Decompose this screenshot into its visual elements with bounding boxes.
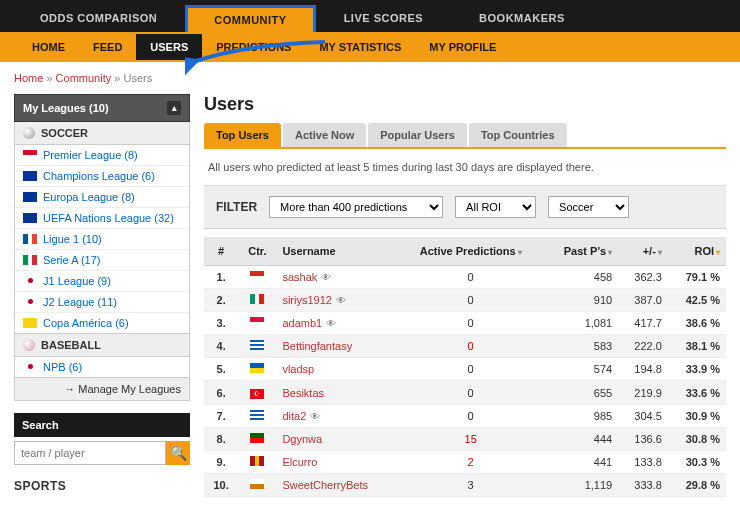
sport-baseball-header: BASEBALL: [14, 334, 190, 357]
flag-icon: [250, 410, 264, 420]
intro-text: All users who predicted at least 5 times…: [204, 149, 726, 186]
topnav-odds-comparison[interactable]: ODDS COMPARISON: [12, 4, 185, 32]
tab-top-users[interactable]: Top Users: [204, 123, 281, 147]
watch-icon: 👁: [336, 295, 346, 306]
flag-icon: [250, 294, 264, 304]
user-link[interactable]: siriys1912: [282, 294, 332, 306]
subnav-home[interactable]: HOME: [18, 34, 79, 60]
top-nav: ODDS COMPARISONCOMMUNITYLIVE SCORESBOOKM…: [0, 0, 740, 32]
filter-roi[interactable]: All ROI: [455, 196, 536, 218]
tab-active-now[interactable]: Active Now: [283, 123, 366, 147]
league-item[interactable]: Ligue 1 (10): [15, 229, 189, 250]
my-leagues-header[interactable]: My Leagues (10) ▴: [14, 94, 190, 122]
filter-predictions[interactable]: More than 400 predictions: [269, 196, 443, 218]
search-button[interactable]: 🔍: [166, 441, 190, 465]
sort-icon: ▾: [608, 248, 612, 257]
tab-popular-users[interactable]: Popular Users: [368, 123, 467, 147]
filter-label: FILTER: [216, 200, 257, 214]
col-rank[interactable]: #: [204, 237, 238, 266]
col-country[interactable]: Ctr.: [238, 237, 276, 266]
flag-icon: [250, 317, 264, 327]
flag-icon: [23, 362, 37, 372]
user-link[interactable]: SweetCherryBets: [282, 479, 368, 491]
flag-icon: [23, 276, 37, 286]
filter-bar: FILTER More than 400 predictions All ROI…: [204, 186, 726, 229]
baseball-leagues: NPB (6): [14, 357, 190, 378]
tab-top-countries[interactable]: Top Countries: [469, 123, 567, 147]
subnav-my-profile[interactable]: MY PROFILE: [415, 34, 510, 60]
user-link[interactable]: vladsp: [282, 363, 314, 375]
league-item[interactable]: Copa América (6): [15, 313, 189, 333]
league-item[interactable]: Serie A (17): [15, 250, 189, 271]
flag-icon: [23, 213, 37, 223]
flag-icon: [250, 271, 264, 281]
col-username[interactable]: Username: [276, 237, 399, 266]
user-link[interactable]: dita2: [282, 410, 306, 422]
search-icon: 🔍: [170, 445, 187, 461]
crumb-home[interactable]: Home: [14, 72, 43, 84]
user-link[interactable]: Elcurro: [282, 456, 317, 468]
page-title: Users: [204, 94, 726, 115]
subnav-users[interactable]: USERS: [136, 34, 202, 60]
soccer-icon: [23, 127, 35, 139]
table-row: 6.☪Besiktas0655219.933.6 %: [204, 381, 726, 405]
user-tabs: Top UsersActive NowPopular UsersTop Coun…: [204, 123, 726, 149]
crumb-current: Users: [123, 72, 152, 84]
topnav-bookmakers[interactable]: BOOKMAKERS: [451, 4, 593, 32]
flag-icon: [23, 297, 37, 307]
user-link[interactable]: Besiktas: [282, 387, 324, 399]
flag-icon: [250, 433, 264, 443]
league-item[interactable]: NPB (6): [15, 357, 189, 377]
flag-icon: [23, 255, 37, 265]
search-input[interactable]: [14, 441, 166, 465]
sub-nav: HOMEFEEDUSERSPREDICTIONSMY STATISTICSMY …: [0, 32, 740, 62]
sort-icon: ▾: [658, 248, 662, 257]
flag-icon: [250, 456, 264, 466]
user-link[interactable]: adamb1: [282, 317, 322, 329]
search-header: Search: [14, 413, 190, 437]
table-row: 10.SweetCherryBets31,119333.829.8 %: [204, 474, 726, 497]
flag-icon: [23, 234, 37, 244]
table-row: 2.siriys1912👁0910387.042.5 %: [204, 289, 726, 312]
col-past[interactable]: Past P's▾: [542, 237, 618, 266]
filter-sport[interactable]: Soccer: [548, 196, 629, 218]
user-link[interactable]: sashak: [282, 271, 317, 283]
league-item[interactable]: J2 League (11): [15, 292, 189, 313]
sports-heading: SPORTS: [14, 479, 190, 493]
league-item[interactable]: J1 League (9): [15, 271, 189, 292]
flag-icon: [23, 192, 37, 202]
subnav-my-statistics[interactable]: MY STATISTICS: [305, 34, 415, 60]
soccer-leagues: Premier League (8)Champions League (6)Eu…: [14, 145, 190, 334]
watch-icon: 👁: [310, 411, 320, 422]
manage-leagues-link[interactable]: → Manage My Leagues: [14, 378, 190, 401]
flag-icon: [250, 479, 264, 489]
league-item[interactable]: Europa League (8): [15, 187, 189, 208]
subnav-predictions[interactable]: PREDICTIONS: [202, 34, 305, 60]
flag-icon: [23, 150, 37, 160]
subnav-feed[interactable]: FEED: [79, 34, 136, 60]
user-link[interactable]: Bettingfantasy: [282, 340, 352, 352]
chevron-up-icon: ▴: [167, 101, 181, 115]
flag-icon: [250, 363, 264, 373]
user-link[interactable]: Dgynwa: [282, 433, 322, 445]
league-item[interactable]: Premier League (8): [15, 145, 189, 166]
topnav-live-scores[interactable]: LIVE SCORES: [316, 4, 451, 32]
table-row: 5.vladsp0574194.833.9 %: [204, 358, 726, 381]
col-active[interactable]: Active Predictions▾: [399, 237, 542, 266]
topnav-community[interactable]: COMMUNITY: [185, 5, 315, 32]
sport-soccer-header: SOCCER: [14, 122, 190, 145]
baseball-icon: [23, 339, 35, 351]
breadcrumb: Home » Community » Users: [0, 62, 740, 94]
col-roi[interactable]: ROI▾: [668, 237, 726, 266]
sort-icon: ▾: [716, 248, 720, 257]
crumb-community[interactable]: Community: [56, 72, 112, 84]
league-item[interactable]: Champions League (6): [15, 166, 189, 187]
col-pm[interactable]: +/-▾: [618, 237, 668, 266]
table-row: 1.sashak👁0458362.379.1 %: [204, 266, 726, 289]
watch-icon: 👁: [321, 272, 331, 283]
sort-icon: ▾: [518, 248, 522, 257]
table-row: 3.adamb1👁01,081417.738.6 %: [204, 312, 726, 335]
league-item[interactable]: UEFA Nations League (32): [15, 208, 189, 229]
users-table: # Ctr. Username Active Predictions▾ Past…: [204, 237, 726, 497]
table-row: 8.Dgynwa15444136.630.8 %: [204, 428, 726, 451]
